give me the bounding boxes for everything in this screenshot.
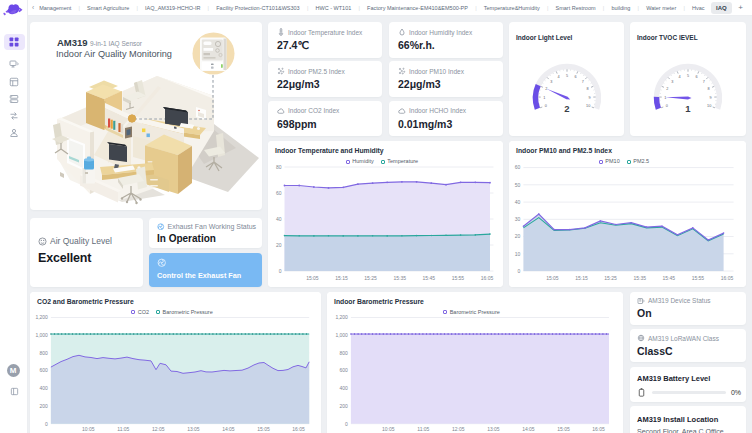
svg-text:10:05: 10:05 (82, 426, 95, 432)
svg-text:200: 200 (40, 402, 49, 408)
svg-text:1,200: 1,200 (335, 314, 348, 320)
svg-text:60: 60 (515, 164, 521, 170)
svg-text:15:15: 15:15 (575, 275, 588, 281)
svg-text:800: 800 (340, 349, 349, 355)
svg-text:13:05: 13:05 (487, 426, 500, 432)
svg-text:15:05: 15:05 (306, 275, 319, 281)
svg-text:80: 80 (276, 164, 282, 170)
svg-text:1,200: 1,200 (35, 314, 48, 320)
svg-text:15:35: 15:35 (633, 275, 646, 281)
svg-text:400: 400 (40, 385, 49, 391)
svg-text:4: 4 (557, 75, 559, 79)
svg-text:0: 0 (666, 104, 668, 108)
svg-text:8: 8 (587, 87, 589, 91)
svg-text:400: 400 (340, 385, 349, 391)
svg-text:1: 1 (664, 96, 666, 100)
svg-text:15:25: 15:25 (604, 275, 617, 281)
svg-text:14:05: 14:05 (222, 426, 235, 432)
svg-text:0: 0 (45, 420, 48, 426)
svg-text:6: 6 (695, 75, 697, 79)
svg-text:800: 800 (40, 349, 49, 355)
svg-text:15:45: 15:45 (663, 275, 676, 281)
svg-text:7: 7 (703, 80, 705, 84)
svg-text:Indoor Air Quality Monitoring: Indoor Air Quality Monitoring (56, 49, 172, 59)
svg-text:15:15: 15:15 (335, 275, 348, 281)
svg-text:20: 20 (515, 233, 521, 239)
svg-text:10: 10 (707, 104, 711, 108)
svg-text:16:05: 16:05 (721, 275, 734, 281)
svg-text:15:45: 15:45 (423, 275, 436, 281)
svg-text:7: 7 (582, 80, 584, 84)
svg-text:AM319: AM319 (57, 37, 88, 48)
svg-text:30: 30 (515, 216, 521, 222)
svg-text:10: 10 (586, 104, 590, 108)
svg-text:5: 5 (687, 74, 689, 78)
svg-text:15:55: 15:55 (452, 275, 465, 281)
svg-text:15:35: 15:35 (393, 275, 406, 281)
svg-text:1: 1 (543, 96, 545, 100)
svg-text:50: 50 (515, 182, 521, 188)
svg-text:15:05: 15:05 (546, 275, 559, 281)
svg-text:20: 20 (276, 242, 282, 248)
svg-text:9: 9 (589, 96, 591, 100)
svg-text:12:05: 12:05 (152, 426, 165, 432)
svg-text:2: 2 (564, 103, 569, 114)
svg-text:16:05: 16:05 (481, 275, 494, 281)
svg-text:15:05: 15:05 (557, 426, 570, 432)
svg-text:3: 3 (671, 80, 673, 84)
svg-text:1,000: 1,000 (335, 332, 348, 338)
svg-text:600: 600 (40, 367, 49, 373)
svg-text:4: 4 (678, 75, 680, 79)
svg-text:16:05: 16:05 (292, 426, 305, 432)
svg-text:9: 9 (710, 96, 712, 100)
svg-text:1: 1 (685, 103, 691, 114)
svg-text:10: 10 (515, 251, 521, 257)
svg-text:600: 600 (340, 367, 349, 373)
svg-text:6: 6 (574, 75, 576, 79)
svg-text:0: 0 (545, 104, 547, 108)
svg-text:15:55: 15:55 (692, 275, 705, 281)
svg-text:15:05: 15:05 (257, 426, 270, 432)
svg-text:11:05: 11:05 (117, 426, 129, 432)
svg-text:14:05: 14:05 (522, 426, 535, 432)
svg-text:8: 8 (708, 87, 710, 91)
svg-text:3: 3 (550, 80, 552, 84)
svg-text:11:05: 11:05 (417, 426, 429, 432)
svg-text:9-in-1 IAQ Sensor: 9-in-1 IAQ Sensor (90, 40, 143, 48)
svg-text:15:25: 15:25 (364, 275, 377, 281)
svg-text:40: 40 (515, 199, 521, 205)
svg-text:40: 40 (276, 216, 282, 222)
svg-text:0: 0 (518, 268, 521, 274)
svg-text:10:05: 10:05 (382, 426, 395, 432)
svg-text:200: 200 (340, 402, 349, 408)
svg-text:2: 2 (666, 87, 668, 91)
svg-text:60: 60 (276, 190, 282, 196)
svg-text:12:05: 12:05 (452, 426, 465, 432)
svg-text:2: 2 (545, 87, 547, 91)
svg-text:16:05: 16:05 (592, 426, 605, 432)
svg-text:1,000: 1,000 (35, 332, 48, 338)
svg-text:0: 0 (345, 420, 348, 426)
svg-text:0: 0 (279, 268, 282, 274)
svg-text:13:05: 13:05 (187, 426, 200, 432)
svg-text:5: 5 (566, 74, 568, 78)
